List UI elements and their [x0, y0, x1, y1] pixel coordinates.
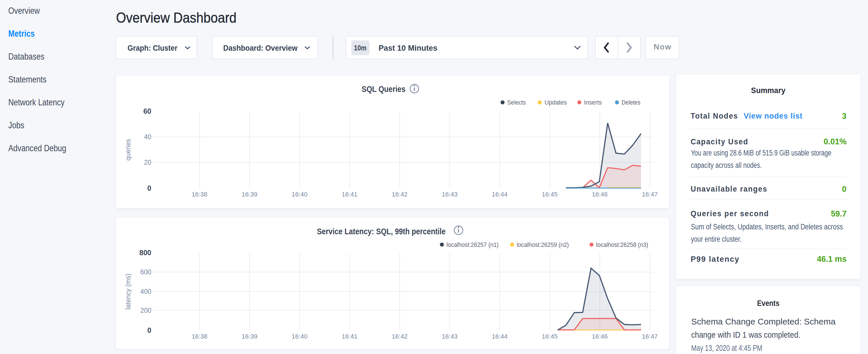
svg-text:20: 20 [144, 159, 151, 166]
svg-text:16:40: 16:40 [292, 333, 308, 340]
svg-text:16:45: 16:45 [542, 333, 558, 340]
svg-text:localhost:26259 (n2): localhost:26259 (n2) [517, 241, 569, 248]
svg-text:localhost:26257 (n1): localhost:26257 (n1) [446, 241, 499, 248]
svg-text:0: 0 [147, 184, 151, 192]
svg-text:16:41: 16:41 [342, 333, 358, 340]
svg-text:queries: queries [124, 139, 132, 160]
svg-text:16:46: 16:46 [592, 333, 608, 340]
svg-text:200: 200 [141, 307, 151, 314]
svg-text:40: 40 [144, 133, 151, 141]
svg-text:16:46: 16:46 [592, 191, 608, 198]
svg-text:SQL Queries: SQL Queries [362, 85, 405, 94]
svg-text:600: 600 [141, 268, 151, 276]
svg-text:16:42: 16:42 [392, 333, 407, 340]
svg-text:400: 400 [141, 288, 151, 295]
svg-text:16:47: 16:47 [642, 191, 658, 198]
svg-text:16:41: 16:41 [342, 191, 358, 198]
svg-text:Inserts: Inserts [584, 99, 602, 106]
svg-text:800: 800 [139, 249, 151, 257]
svg-text:16:39: 16:39 [242, 333, 257, 340]
svg-text:16:43: 16:43 [442, 191, 458, 198]
svg-text:16:44: 16:44 [492, 333, 507, 340]
svg-text:16:45: 16:45 [542, 191, 558, 198]
svg-text:localhost:26258 (n3): localhost:26258 (n3) [596, 241, 648, 248]
svg-text:Service Latency: SQL, 99th per: Service Latency: SQL, 99th percentile [317, 227, 445, 236]
svg-text:Updates: Updates [545, 99, 567, 106]
svg-text:60: 60 [143, 107, 151, 115]
svg-text:16:40: 16:40 [292, 191, 308, 198]
svg-text:latency (ms): latency (ms) [124, 273, 132, 309]
svg-text:Selects: Selects [507, 99, 526, 106]
svg-text:16:43: 16:43 [442, 333, 458, 340]
svg-text:16:44: 16:44 [492, 191, 507, 198]
svg-text:Deletes: Deletes [622, 99, 641, 106]
svg-text:0: 0 [147, 326, 151, 334]
svg-text:16:39: 16:39 [242, 191, 257, 198]
svg-text:16:42: 16:42 [392, 191, 407, 198]
svg-text:16:47: 16:47 [642, 333, 658, 340]
svg-text:16:38: 16:38 [192, 191, 208, 198]
svg-text:16:38: 16:38 [192, 333, 208, 340]
